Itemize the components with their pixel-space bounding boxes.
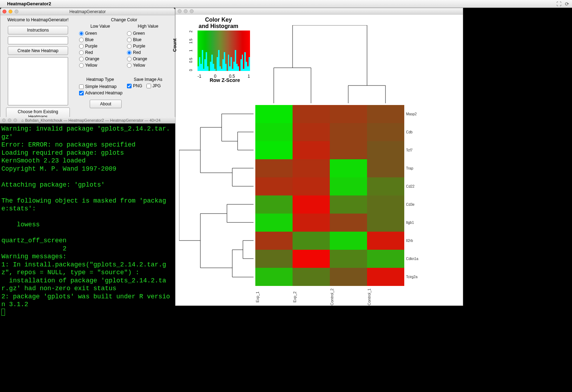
heatmap-cell: [367, 177, 404, 195]
heatmap-cell: [293, 123, 330, 141]
heatmap-cell: [255, 214, 293, 232]
high-value-yellow-radio[interactable]: Yellow: [124, 62, 172, 68]
column-label: Control_1: [367, 288, 404, 307]
zoom-icon[interactable]: [190, 9, 194, 13]
high-value-green-radio[interactable]: Green: [124, 30, 172, 37]
color-key: Color Keyand Histogram Count 00.511.52 -…: [185, 17, 252, 83]
row-label: Itgb1: [406, 214, 418, 232]
plot-body: Color Keyand Histogram Count 00.511.52 -…: [176, 15, 463, 305]
low-value-column: Low Value GreenBluePurpleRedOrangeYellow: [76, 24, 124, 68]
colorkey-yaxis: 00.511.52: [189, 31, 193, 71]
heatmap-cell: [293, 268, 330, 286]
heatmap-cell: [255, 268, 293, 286]
row-label: Masp2: [406, 105, 418, 123]
heatmap-cell: [330, 177, 367, 195]
heatmap-cell: [330, 159, 367, 177]
colorkey-ylabel: Count: [172, 39, 177, 52]
fullscreen-icon[interactable]: ⛶: [556, 1, 561, 7]
low-value-purple-radio[interactable]: Purple: [76, 43, 124, 49]
heatmap-cell: [367, 123, 404, 141]
heatmap-cell: [255, 141, 293, 159]
high-value-purple-radio[interactable]: Purple: [124, 43, 172, 49]
colorkey-histogram: [198, 48, 250, 71]
minimize-icon[interactable]: [9, 10, 12, 13]
heatmap-cell: [330, 105, 367, 123]
terminal-titlebar[interactable]: ⌂ Bohdan_Khomtchouk — HeatmapGenerator2 …: [0, 117, 175, 123]
about-button[interactable]: About: [90, 100, 122, 108]
heatmap-cell: [367, 159, 404, 177]
heatmap-cell: [293, 250, 330, 268]
row-dendrogram: [179, 105, 254, 286]
minimize-icon[interactable]: [184, 9, 188, 13]
heatmap-cell: [293, 177, 330, 195]
heatmap-cell: [330, 232, 367, 250]
terminal-title: Bohdan_Khomtchouk — HeatmapGenerator2 — …: [25, 118, 161, 122]
column-dendrogram: [255, 25, 404, 103]
heatmap-cell: [330, 214, 367, 232]
heatmap-cell: [367, 250, 404, 268]
simple-heatmap-checkbox[interactable]: Simple Heatmap: [76, 83, 124, 90]
heatmap-cell: [255, 250, 293, 268]
close-icon[interactable]: [2, 118, 6, 122]
heatmap-cell: [330, 195, 367, 214]
row-label: Tcirg2a: [406, 268, 418, 286]
heatmap-cell: [293, 214, 330, 232]
low-value-yellow-radio[interactable]: Yellow: [76, 62, 124, 68]
low-value-blue-radio[interactable]: Blue: [76, 37, 124, 43]
sync-icon[interactable]: ⟳: [565, 1, 569, 7]
create-heatmap-button[interactable]: Create New Heatmap: [8, 46, 68, 55]
heatmap-cell: [367, 268, 404, 286]
row-label: Trap: [406, 159, 418, 177]
zoom-icon[interactable]: [13, 118, 17, 122]
instructions-button[interactable]: Instructions: [8, 26, 68, 34]
terminal-output[interactable]: Warning: invalid package 'gplots_2.14.2.…: [0, 123, 175, 319]
terminal-window: ⌂ Bohdan_Khomtchouk — HeatmapGenerator2 …: [0, 117, 175, 319]
existing-heatmaps-listbox[interactable]: [8, 57, 68, 105]
plot-titlebar[interactable]: [176, 8, 463, 15]
high-value-label: High Value: [124, 24, 172, 29]
jpg-checkbox[interactable]: JPG: [146, 83, 161, 88]
png-checkbox[interactable]: PNG: [127, 83, 142, 88]
heatmap-cell: [330, 123, 367, 141]
row-labels: Masp2CdbTcf7TrapCd22Cd3eItgb1Il2rbCdkn1a…: [406, 105, 418, 286]
heatmap-cell: [255, 159, 293, 177]
column-label: Exp_2: [293, 288, 330, 307]
heatmap-cell: [367, 105, 404, 123]
heatmap-cell: [367, 141, 404, 159]
heatmap-cell: [330, 141, 367, 159]
heatmap-cell: [293, 141, 330, 159]
zoom-icon[interactable]: [15, 10, 18, 13]
heatmap-cell: [293, 232, 330, 250]
column-label: Exp_1: [255, 288, 293, 307]
heatmap-cell: [367, 195, 404, 214]
high-value-red-radio[interactable]: Red: [124, 49, 172, 56]
heatmap-cell: [293, 159, 330, 177]
color-key-title: Color Keyand Histogram: [185, 17, 252, 29]
heatmap-cell: [293, 195, 330, 214]
row-label: Il2rb: [406, 232, 418, 250]
low-value-green-radio[interactable]: Green: [76, 30, 124, 37]
advanced-heatmap-checkbox[interactable]: Advanced Heatmap: [76, 90, 124, 96]
filename-input[interactable]: [8, 37, 68, 44]
heatmap-cell: [255, 123, 293, 141]
row-label: Cd3e: [406, 195, 418, 214]
mac-menubar: HeatmapGenerator2 ⛶ ⟳: [0, 0, 572, 8]
row-label: Cdkn1a: [406, 250, 418, 268]
minimize-icon[interactable]: [8, 118, 11, 122]
close-icon[interactable]: [2, 10, 6, 13]
heatmap-grid: [255, 105, 404, 286]
high-value-blue-radio[interactable]: Blue: [124, 37, 172, 43]
menubar-app-name[interactable]: HeatmapGenerator2: [7, 1, 51, 6]
high-value-column: High Value GreenBluePurpleRedOrangeYello…: [124, 24, 172, 68]
heatmap-cell: [330, 250, 367, 268]
row-label: Tcf7: [406, 141, 418, 159]
heatmap-cell: [367, 214, 404, 232]
heatmap-cell: [255, 232, 293, 250]
low-value-orange-radio[interactable]: Orange: [76, 56, 124, 62]
colorkey-xaxis: -100.51: [198, 74, 250, 79]
heatmap-cell: [293, 105, 330, 123]
high-value-orange-radio[interactable]: Orange: [124, 56, 172, 62]
low-value-red-radio[interactable]: Red: [76, 49, 124, 56]
close-icon[interactable]: [178, 9, 182, 13]
control-titlebar[interactable]: HeatmapGenerator: [0, 8, 175, 15]
